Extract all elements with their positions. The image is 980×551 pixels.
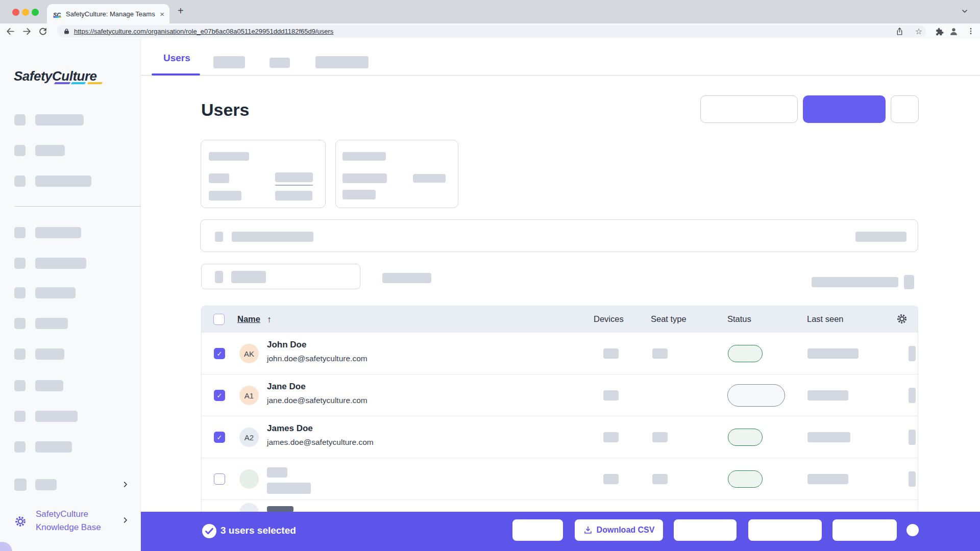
table-header-row: Name ↑ Devices Seat type Status Last see… (202, 306, 918, 333)
sort-ascending-icon[interactable]: ↑ (267, 314, 272, 325)
reload-icon[interactable] (37, 25, 49, 37)
sidebar-skeleton-icon (14, 176, 26, 187)
row-checkbox-unchecked[interactable] (214, 473, 225, 485)
column-settings-gear-icon[interactable] (896, 313, 908, 327)
table-row-clipped (202, 500, 918, 512)
tab-overview-chevron-icon[interactable] (961, 7, 969, 17)
sidebar-skeleton-icon (14, 441, 26, 453)
menu-dots-icon[interactable] (965, 25, 977, 37)
devices-skeleton (603, 474, 619, 484)
column-header-name[interactable]: Name (237, 314, 260, 324)
sidebar-skeleton-icon (14, 479, 27, 491)
table-row-loading[interactable] (202, 458, 918, 500)
dismiss-circle-button[interactable] (906, 524, 919, 536)
profile-icon[interactable] (947, 25, 960, 37)
summary-card (201, 140, 326, 208)
row-checkbox-checked[interactable]: ✓ (214, 348, 225, 359)
status-badge-active (728, 345, 763, 362)
download-csv-label: Download CSV (597, 525, 655, 535)
table-row[interactable]: ✓ A2 James Doe james.doe@safetyculture.c… (202, 416, 918, 458)
status-badge-active (728, 470, 763, 488)
avatar: A1 (239, 386, 259, 405)
sidebar-skeleton-item (35, 380, 63, 391)
pagination-skeleton (812, 277, 898, 287)
tab-skeleton (213, 56, 245, 68)
seat-type-skeleton (652, 432, 668, 442)
devices-skeleton (603, 390, 619, 400)
lock-icon (63, 28, 70, 35)
bookmark-star-icon[interactable]: ☆ (913, 25, 925, 37)
name-skeleton (267, 467, 287, 478)
sidebar-skeleton-item (35, 411, 78, 422)
devices-skeleton (603, 348, 619, 359)
tabs-bottom-border (141, 75, 980, 76)
devices-skeleton (603, 432, 619, 442)
tab-close-icon[interactable]: × (160, 10, 164, 18)
filter-dropdown[interactable] (201, 264, 360, 289)
download-csv-button[interactable]: Download CSV (575, 519, 663, 541)
status-badge-active (728, 429, 763, 446)
sidebar: SafetyCulture (0, 39, 141, 551)
url-text: https://safetyculture.com/organisation/r… (74, 28, 921, 35)
table-row[interactable]: ✓ A1 Jane Doe jane.doe@safetyculture.com (202, 374, 918, 416)
seat-type-skeleton (652, 474, 668, 484)
window-zoom-button[interactable] (32, 9, 39, 16)
filter-label-skeleton (231, 271, 266, 283)
sidebar-skeleton-icon (14, 227, 26, 238)
back-icon[interactable] (4, 25, 16, 37)
safetyculture-favicon-icon: SC (53, 10, 62, 18)
user-name: John Doe (267, 340, 306, 350)
download-icon (583, 525, 593, 535)
extensions-puzzle-icon[interactable] (933, 25, 945, 37)
forward-icon[interactable] (20, 25, 33, 37)
sidebar-skeleton-icon (14, 411, 26, 422)
user-email: john.doe@safetyculture.com (267, 354, 368, 363)
sidebar-skeleton-icon (14, 258, 26, 269)
share-icon[interactable] (893, 25, 905, 37)
browser-tab[interactable]: SC SafetyCulture: Manage Teams and ... × (47, 4, 169, 23)
bulk-action-button[interactable] (674, 519, 737, 541)
sidebar-skeleton-item (35, 145, 65, 156)
row-action-skeleton (909, 346, 916, 361)
sidebar-divider (15, 206, 141, 207)
gear-icon (14, 515, 27, 530)
bulk-action-button[interactable] (512, 519, 563, 541)
sidebar-skeleton-icon (14, 348, 26, 360)
window-close-button[interactable] (12, 9, 19, 16)
row-checkbox-checked[interactable]: ✓ (214, 432, 225, 443)
more-actions-button[interactable] (891, 95, 919, 123)
sidebar-skeleton-item (35, 441, 72, 453)
search-input[interactable] (200, 219, 918, 252)
seat-type-skeleton (652, 348, 668, 359)
column-header-last-seen: Last seen (807, 314, 844, 324)
search-right-skeleton (855, 232, 906, 242)
name-clipped (267, 506, 293, 512)
filter-skeleton (382, 273, 431, 283)
bulk-action-button[interactable] (748, 519, 822, 541)
users-table: Name ↑ Devices Seat type Status Last see… (201, 306, 918, 512)
page-title: Users (201, 100, 250, 120)
row-checkbox-checked[interactable]: ✓ (214, 390, 225, 401)
window-minimize-button[interactable] (22, 9, 29, 16)
chevron-right-icon[interactable] (121, 481, 129, 490)
chevron-right-icon (121, 516, 129, 526)
check-circle-icon (202, 523, 217, 541)
tab-users[interactable]: Users (163, 53, 190, 64)
sidebar-skeleton-item (35, 318, 68, 329)
sidebar-skeleton-item (35, 114, 84, 126)
table-row[interactable]: ✓ AK John Doe john.doe@safetyculture.com (202, 333, 918, 374)
select-all-checkbox[interactable] (213, 314, 225, 325)
secondary-action-button[interactable] (700, 95, 798, 123)
sidebar-skeleton-icon (14, 287, 26, 298)
sidebar-skeleton-item (35, 258, 86, 269)
selection-action-bar: 3 users selected Download CSV (141, 512, 980, 551)
last-seen-skeleton (807, 432, 850, 442)
primary-action-button[interactable] (803, 95, 886, 123)
sidebar-skeleton-item (35, 479, 57, 490)
bulk-action-button[interactable] (832, 519, 897, 541)
url-bar[interactable]: https://safetyculture.com/organisation/r… (57, 25, 926, 37)
new-tab-button[interactable]: + (178, 5, 184, 17)
search-placeholder-skeleton (232, 232, 313, 242)
tab-users-active-underline (152, 73, 200, 76)
last-seen-skeleton (807, 474, 848, 484)
